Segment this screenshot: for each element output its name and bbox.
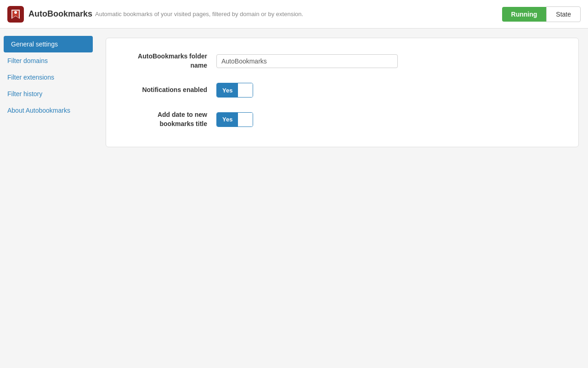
notifications-control: Yes [216,83,560,98]
notifications-toggle[interactable]: Yes [216,83,253,98]
notifications-no[interactable] [238,83,253,97]
logo-icon [7,6,24,23]
running-button[interactable]: Running [502,7,547,22]
app-description: Automatic bookmarks of your visited page… [95,11,303,17]
sidebar-item-filter-extensions[interactable]: Filter extensions [0,69,96,86]
notifications-row: Notifications enabled Yes [124,83,560,98]
svg-point-3 [14,11,17,14]
sidebar: General settings Filter domains Filter e… [0,29,96,368]
folder-name-label: AutoBookmarks folder name [124,52,216,70]
main-content: AutoBookmarks folder name Notifications … [96,29,588,368]
add-date-row: Add date to new bookmarks title Yes [124,110,560,128]
notifications-toggle-wrapper: Yes [216,83,560,98]
folder-name-input[interactable] [216,54,398,68]
add-date-toggle[interactable]: Yes [216,112,253,127]
app-name: AutoBookmarks [28,9,92,19]
settings-card: AutoBookmarks folder name Notifications … [106,38,579,147]
header: AutoBookmarks Automatic bookmarks of you… [0,0,588,29]
layout: General settings Filter domains Filter e… [0,29,588,368]
add-date-yes[interactable]: Yes [217,113,238,126]
notifications-label: Notifications enabled [124,86,216,95]
add-date-control: Yes [216,112,560,127]
sidebar-item-filter-domains[interactable]: Filter domains [0,52,96,69]
folder-name-row: AutoBookmarks folder name [124,52,560,70]
state-button[interactable]: State [546,6,581,22]
sidebar-item-filter-history[interactable]: Filter history [0,86,96,102]
folder-name-control [216,54,560,68]
add-date-label: Add date to new bookmarks title [124,110,216,128]
add-date-toggle-wrapper: Yes [216,112,560,127]
sidebar-item-about[interactable]: About Autobookmarks [0,102,96,119]
header-actions: Running State [502,6,581,22]
logo-area: AutoBookmarks Automatic bookmarks of you… [7,6,502,23]
add-date-no[interactable] [238,113,253,126]
notifications-yes[interactable]: Yes [217,83,238,97]
sidebar-item-general-settings[interactable]: General settings [4,36,93,52]
